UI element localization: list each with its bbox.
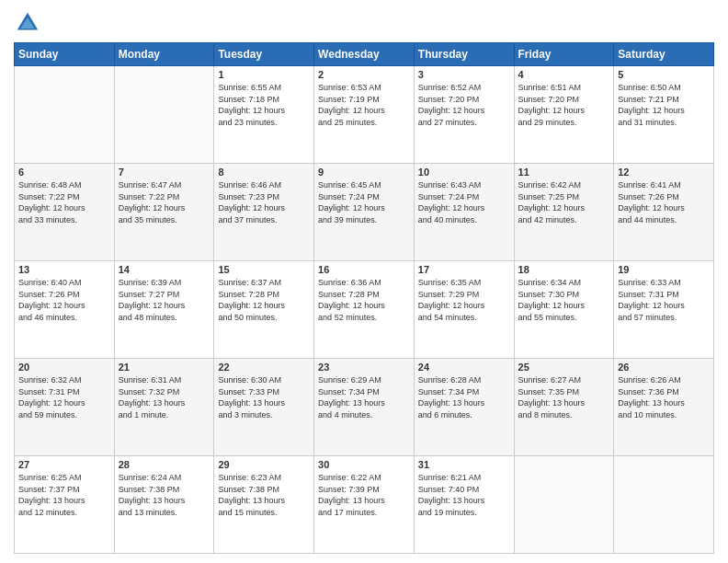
- day-info: Sunrise: 6:55 AMSunset: 7:18 PMDaylight:…: [218, 82, 310, 128]
- day-number: 27: [18, 459, 110, 470]
- day-number: 6: [18, 167, 110, 178]
- day-number: 12: [618, 167, 710, 178]
- day-info: Sunrise: 6:52 AMSunset: 7:20 PMDaylight:…: [418, 82, 510, 128]
- logo-icon: [14, 9, 41, 37]
- calendar-cell: 17Sunrise: 6:35 AMSunset: 7:29 PMDayligh…: [414, 261, 514, 359]
- day-number: 30: [318, 459, 410, 470]
- day-number: 9: [318, 167, 410, 178]
- calendar-cell: [614, 456, 714, 554]
- calendar-cell: 18Sunrise: 6:34 AMSunset: 7:30 PMDayligh…: [514, 261, 614, 359]
- calendar-cell: 3Sunrise: 6:52 AMSunset: 7:20 PMDaylight…: [414, 66, 514, 164]
- day-number: 7: [119, 167, 210, 178]
- calendar-cell: 10Sunrise: 6:43 AMSunset: 7:24 PMDayligh…: [414, 164, 514, 261]
- week-row-4: 20Sunrise: 6:32 AMSunset: 7:31 PMDayligh…: [15, 359, 714, 456]
- calendar-cell: 15Sunrise: 6:37 AMSunset: 7:28 PMDayligh…: [214, 261, 314, 359]
- day-number: 17: [418, 264, 510, 275]
- calendar-cell: 13Sunrise: 6:40 AMSunset: 7:26 PMDayligh…: [15, 261, 115, 359]
- day-number: 14: [119, 264, 210, 275]
- day-info: Sunrise: 6:53 AMSunset: 7:19 PMDaylight:…: [318, 82, 410, 128]
- calendar-cell: 4Sunrise: 6:51 AMSunset: 7:20 PMDaylight…: [514, 66, 614, 164]
- day-number: 20: [18, 362, 110, 373]
- day-info: Sunrise: 6:33 AMSunset: 7:31 PMDaylight:…: [618, 277, 710, 323]
- weekday-header-saturday: Saturday: [614, 43, 714, 66]
- day-number: 11: [518, 167, 610, 178]
- weekday-header-row: SundayMondayTuesdayWednesdayThursdayFrid…: [15, 43, 714, 66]
- calendar-cell: [114, 66, 214, 164]
- calendar-cell: 16Sunrise: 6:36 AMSunset: 7:28 PMDayligh…: [314, 261, 415, 359]
- day-info: Sunrise: 6:43 AMSunset: 7:24 PMDaylight:…: [418, 179, 510, 225]
- calendar-cell: 21Sunrise: 6:31 AMSunset: 7:32 PMDayligh…: [114, 359, 214, 456]
- day-info: Sunrise: 6:39 AMSunset: 7:27 PMDaylight:…: [119, 277, 210, 323]
- weekday-header-thursday: Thursday: [414, 43, 514, 66]
- calendar-cell: 31Sunrise: 6:21 AMSunset: 7:40 PMDayligh…: [414, 456, 514, 554]
- day-number: 25: [518, 362, 610, 373]
- calendar-cell: 29Sunrise: 6:23 AMSunset: 7:38 PMDayligh…: [214, 456, 314, 554]
- page: SundayMondayTuesdayWednesdayThursdayFrid…: [0, 0, 728, 563]
- calendar-cell: [514, 456, 614, 554]
- day-number: 21: [119, 362, 210, 373]
- calendar-cell: 22Sunrise: 6:30 AMSunset: 7:33 PMDayligh…: [214, 359, 314, 456]
- day-number: 29: [218, 459, 310, 470]
- day-info: Sunrise: 6:29 AMSunset: 7:34 PMDaylight:…: [318, 374, 410, 420]
- day-number: 23: [318, 362, 410, 373]
- calendar-cell: 14Sunrise: 6:39 AMSunset: 7:27 PMDayligh…: [114, 261, 214, 359]
- day-info: Sunrise: 6:24 AMSunset: 7:38 PMDaylight:…: [119, 472, 210, 518]
- weekday-header-monday: Monday: [114, 43, 214, 66]
- week-row-2: 6Sunrise: 6:48 AMSunset: 7:22 PMDaylight…: [15, 164, 714, 261]
- day-info: Sunrise: 6:22 AMSunset: 7:39 PMDaylight:…: [318, 472, 410, 518]
- day-info: Sunrise: 6:35 AMSunset: 7:29 PMDaylight:…: [418, 277, 510, 323]
- day-info: Sunrise: 6:34 AMSunset: 7:30 PMDaylight:…: [518, 277, 610, 323]
- day-info: Sunrise: 6:40 AMSunset: 7:26 PMDaylight:…: [18, 277, 110, 323]
- day-number: 10: [418, 167, 510, 178]
- logo: [14, 9, 45, 37]
- weekday-header-tuesday: Tuesday: [214, 43, 314, 66]
- header: [14, 9, 714, 37]
- day-number: 31: [418, 459, 510, 470]
- day-info: Sunrise: 6:46 AMSunset: 7:23 PMDaylight:…: [218, 179, 310, 225]
- day-info: Sunrise: 6:41 AMSunset: 7:26 PMDaylight:…: [618, 179, 710, 225]
- day-info: Sunrise: 6:23 AMSunset: 7:38 PMDaylight:…: [218, 472, 310, 518]
- day-info: Sunrise: 6:50 AMSunset: 7:21 PMDaylight:…: [618, 82, 710, 128]
- calendar-cell: 8Sunrise: 6:46 AMSunset: 7:23 PMDaylight…: [214, 164, 314, 261]
- day-number: 4: [518, 69, 610, 80]
- day-info: Sunrise: 6:25 AMSunset: 7:37 PMDaylight:…: [18, 472, 110, 518]
- day-info: Sunrise: 6:32 AMSunset: 7:31 PMDaylight:…: [18, 374, 110, 420]
- week-row-1: 1Sunrise: 6:55 AMSunset: 7:18 PMDaylight…: [15, 66, 714, 164]
- day-info: Sunrise: 6:30 AMSunset: 7:33 PMDaylight:…: [218, 374, 310, 420]
- day-info: Sunrise: 6:51 AMSunset: 7:20 PMDaylight:…: [518, 82, 610, 128]
- day-number: 5: [618, 69, 710, 80]
- week-row-3: 13Sunrise: 6:40 AMSunset: 7:26 PMDayligh…: [15, 261, 714, 359]
- calendar-cell: 23Sunrise: 6:29 AMSunset: 7:34 PMDayligh…: [314, 359, 415, 456]
- calendar-cell: 11Sunrise: 6:42 AMSunset: 7:25 PMDayligh…: [514, 164, 614, 261]
- day-info: Sunrise: 6:42 AMSunset: 7:25 PMDaylight:…: [518, 179, 610, 225]
- calendar-cell: 30Sunrise: 6:22 AMSunset: 7:39 PMDayligh…: [314, 456, 415, 554]
- day-info: Sunrise: 6:28 AMSunset: 7:34 PMDaylight:…: [418, 374, 510, 420]
- day-number: 13: [18, 264, 110, 275]
- calendar-cell: 24Sunrise: 6:28 AMSunset: 7:34 PMDayligh…: [414, 359, 514, 456]
- day-info: Sunrise: 6:26 AMSunset: 7:36 PMDaylight:…: [618, 374, 710, 420]
- calendar-cell: 6Sunrise: 6:48 AMSunset: 7:22 PMDaylight…: [15, 164, 115, 261]
- day-number: 26: [618, 362, 710, 373]
- day-number: 18: [518, 264, 610, 275]
- calendar-cell: 7Sunrise: 6:47 AMSunset: 7:22 PMDaylight…: [114, 164, 214, 261]
- day-number: 15: [218, 264, 310, 275]
- calendar-cell: 2Sunrise: 6:53 AMSunset: 7:19 PMDaylight…: [314, 66, 415, 164]
- day-info: Sunrise: 6:48 AMSunset: 7:22 PMDaylight:…: [18, 179, 110, 225]
- day-number: 19: [618, 264, 710, 275]
- day-number: 28: [119, 459, 210, 470]
- calendar-cell: 26Sunrise: 6:26 AMSunset: 7:36 PMDayligh…: [614, 359, 714, 456]
- calendar-cell: 20Sunrise: 6:32 AMSunset: 7:31 PMDayligh…: [15, 359, 115, 456]
- calendar-cell: 9Sunrise: 6:45 AMSunset: 7:24 PMDaylight…: [314, 164, 415, 261]
- week-row-5: 27Sunrise: 6:25 AMSunset: 7:37 PMDayligh…: [15, 456, 714, 554]
- day-number: 3: [418, 69, 510, 80]
- day-info: Sunrise: 6:47 AMSunset: 7:22 PMDaylight:…: [119, 179, 210, 225]
- day-number: 24: [418, 362, 510, 373]
- calendar-cell: 5Sunrise: 6:50 AMSunset: 7:21 PMDaylight…: [614, 66, 714, 164]
- day-info: Sunrise: 6:31 AMSunset: 7:32 PMDaylight:…: [119, 374, 210, 420]
- day-info: Sunrise: 6:37 AMSunset: 7:28 PMDaylight:…: [218, 277, 310, 323]
- day-info: Sunrise: 6:27 AMSunset: 7:35 PMDaylight:…: [518, 374, 610, 420]
- day-number: 8: [218, 167, 310, 178]
- day-number: 22: [218, 362, 310, 373]
- weekday-header-sunday: Sunday: [15, 43, 115, 66]
- weekday-header-friday: Friday: [514, 43, 614, 66]
